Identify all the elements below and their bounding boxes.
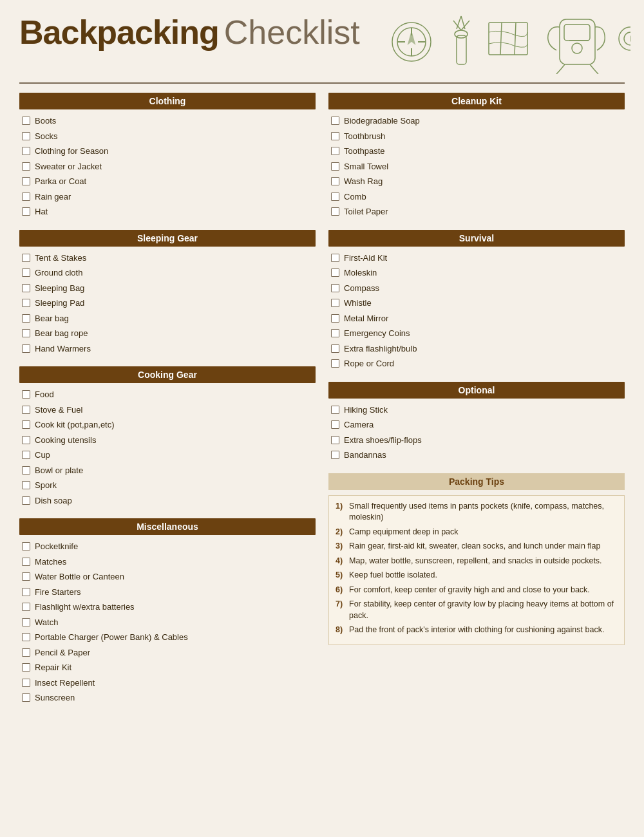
list-item[interactable]: Metal Mirror	[328, 311, 625, 326]
list-item[interactable]: Sleeping Pad	[19, 296, 316, 311]
checkbox[interactable]	[22, 207, 30, 216]
list-item[interactable]: Extra flashlight/bulb	[328, 341, 625, 357]
list-item[interactable]: Pencil & Paper	[19, 645, 316, 661]
list-item[interactable]: Hat	[19, 204, 316, 220]
list-item[interactable]: Toilet Paper	[328, 204, 625, 220]
list-item[interactable]: Biodegradable Soap	[328, 113, 625, 129]
checkbox[interactable]	[331, 268, 339, 277]
checkbox[interactable]	[331, 284, 339, 292]
list-item[interactable]: Camera	[328, 417, 625, 433]
list-item[interactable]: Fire Starters	[19, 585, 316, 600]
list-item[interactable]: Sweater or Jacket	[19, 159, 316, 174]
list-item[interactable]: Cooking utensils	[19, 433, 316, 448]
checkbox[interactable]	[22, 451, 30, 459]
list-item[interactable]: Bear bag	[19, 311, 316, 326]
checkbox[interactable]	[331, 117, 339, 125]
checkbox[interactable]	[22, 314, 30, 323]
checkbox[interactable]	[22, 603, 30, 611]
checkbox[interactable]	[22, 147, 30, 155]
list-item[interactable]: Sunscreen	[19, 690, 316, 706]
list-item[interactable]: Boots	[19, 113, 316, 129]
checkbox[interactable]	[22, 193, 30, 201]
checkbox[interactable]	[331, 344, 339, 353]
checkbox[interactable]	[22, 481, 30, 489]
list-item[interactable]: Hand Warmers	[19, 341, 316, 357]
list-item[interactable]: Water Bottle or Canteen	[19, 569, 316, 585]
checkbox[interactable]	[22, 162, 30, 171]
checkbox[interactable]	[331, 132, 339, 140]
checkbox[interactable]	[22, 132, 30, 140]
checkbox[interactable]	[331, 254, 339, 262]
checkbox[interactable]	[22, 588, 30, 596]
list-item[interactable]: Cup	[19, 447, 316, 463]
checkbox[interactable]	[22, 177, 30, 185]
list-item[interactable]: Comb	[328, 189, 625, 205]
checkbox[interactable]	[22, 254, 30, 262]
list-item[interactable]: First-Aid Kit	[328, 250, 625, 266]
checkbox[interactable]	[22, 542, 30, 550]
list-item[interactable]: Toothpaste	[328, 144, 625, 159]
checkbox[interactable]	[22, 344, 30, 353]
checkbox[interactable]	[331, 436, 339, 444]
checkbox[interactable]	[22, 390, 30, 399]
checkbox[interactable]	[22, 406, 30, 414]
list-item[interactable]: Whistle	[328, 296, 625, 311]
checkbox[interactable]	[22, 618, 30, 626]
checkbox[interactable]	[22, 648, 30, 657]
checkbox[interactable]	[22, 633, 30, 641]
list-item[interactable]: Portable Charger (Power Bank) & Cables	[19, 630, 316, 645]
list-item[interactable]: Watch	[19, 615, 316, 630]
checkbox[interactable]	[22, 558, 30, 566]
list-item[interactable]: Tent & Stakes	[19, 250, 316, 266]
list-item[interactable]: Small Towel	[328, 159, 625, 174]
checkbox[interactable]	[22, 693, 30, 702]
list-item[interactable]: Compass	[328, 281, 625, 296]
list-item[interactable]: Rain gear	[19, 189, 316, 205]
checkbox[interactable]	[331, 314, 339, 323]
list-item[interactable]: Rope or Cord	[328, 356, 625, 371]
checkbox[interactable]	[331, 299, 339, 307]
list-item[interactable]: Food	[19, 387, 316, 402]
list-item[interactable]: Extra shoes/flip-flops	[328, 433, 625, 448]
checkbox[interactable]	[331, 207, 339, 216]
list-item[interactable]: Clothing for Season	[19, 144, 316, 159]
checkbox[interactable]	[22, 420, 30, 429]
checkbox[interactable]	[331, 329, 339, 337]
checkbox[interactable]	[331, 406, 339, 414]
list-item[interactable]: Toothbrush	[328, 129, 625, 144]
list-item[interactable]: Flashlight w/extra batteries	[19, 599, 316, 615]
checkbox[interactable]	[331, 420, 339, 429]
list-item[interactable]: Hiking Stick	[328, 402, 625, 418]
list-item[interactable]: Repair Kit	[19, 660, 316, 675]
list-item[interactable]: Bowl or plate	[19, 463, 316, 478]
list-item[interactable]: Emergency Coins	[328, 326, 625, 341]
checkbox[interactable]	[331, 162, 339, 171]
checkbox[interactable]	[22, 268, 30, 277]
list-item[interactable]: Parka or Coat	[19, 174, 316, 189]
checkbox[interactable]	[22, 466, 30, 475]
checkbox[interactable]	[22, 679, 30, 687]
checkbox[interactable]	[331, 359, 339, 368]
checkbox[interactable]	[22, 299, 30, 307]
list-item[interactable]: Bear bag rope	[19, 326, 316, 341]
list-item[interactable]: Stove & Fuel	[19, 402, 316, 418]
checkbox[interactable]	[22, 117, 30, 125]
list-item[interactable]: Insect Repellent	[19, 675, 316, 691]
checkbox[interactable]	[22, 329, 30, 337]
list-item[interactable]: Matches	[19, 554, 316, 570]
list-item[interactable]: Pocketknife	[19, 539, 316, 554]
list-item[interactable]: Bandannas	[328, 447, 625, 463]
list-item[interactable]: Dish soap	[19, 493, 316, 509]
list-item[interactable]: Spork	[19, 478, 316, 493]
checkbox[interactable]	[331, 451, 339, 459]
checkbox[interactable]	[331, 147, 339, 155]
list-item[interactable]: Cook kit (pot,pan,etc)	[19, 417, 316, 433]
checkbox[interactable]	[331, 177, 339, 185]
checkbox[interactable]	[331, 193, 339, 201]
list-item[interactable]: Socks	[19, 129, 316, 144]
list-item[interactable]: Moleskin	[328, 265, 625, 281]
checkbox[interactable]	[22, 663, 30, 672]
list-item[interactable]: Sleeping Bag	[19, 281, 316, 296]
list-item[interactable]: Ground cloth	[19, 265, 316, 281]
checkbox[interactable]	[22, 496, 30, 505]
